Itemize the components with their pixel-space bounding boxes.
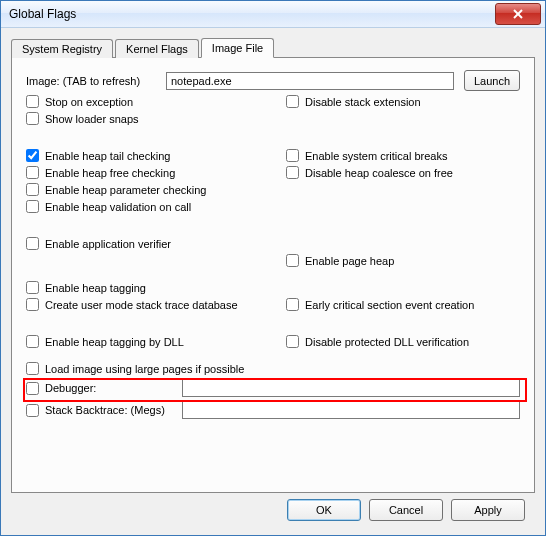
chk-label: Show loader snaps (45, 113, 139, 125)
client-area: System Registry Kernel Flags Image File … (1, 28, 545, 535)
apply-button[interactable]: Apply (451, 499, 525, 521)
chk-label: Enable heap tagging (45, 282, 146, 294)
tab-system-registry[interactable]: System Registry (11, 39, 113, 58)
chk-label: Stop on exception (45, 96, 133, 108)
chk-app-verifier[interactable]: Enable application verifier (26, 237, 171, 250)
checkbox[interactable] (286, 298, 299, 311)
checkbox[interactable] (26, 335, 39, 348)
checkbox[interactable] (26, 200, 39, 213)
checkbox[interactable] (26, 362, 39, 375)
chk-label: Early critical section event creation (305, 299, 474, 311)
checkbox[interactable] (26, 149, 39, 162)
image-input[interactable] (166, 72, 454, 90)
chk-label: Enable application verifier (45, 238, 171, 250)
checkbox[interactable] (286, 335, 299, 348)
checkbox[interactable] (26, 281, 39, 294)
debugger-input[interactable] (182, 379, 520, 397)
launch-button[interactable]: Launch (464, 70, 520, 91)
chk-label: Disable stack extension (305, 96, 421, 108)
window-frame: Global Flags System Registry Kernel Flag… (0, 0, 546, 536)
checkbox[interactable] (26, 183, 39, 196)
stack-backtrace-input[interactable] (182, 401, 520, 419)
debugger-row: Debugger: (26, 379, 520, 397)
tab-panel: Image: (TAB to refresh) Launch Stop on e… (11, 57, 535, 493)
tab-image-file[interactable]: Image File (201, 38, 274, 58)
chk-stack-backtrace[interactable]: Stack Backtrace: (Megs) (26, 404, 165, 417)
chk-stop-on-exception[interactable]: Stop on exception (26, 95, 133, 108)
chk-large-pages[interactable]: Load image using large pages if possible (26, 362, 244, 375)
image-row: Image: (TAB to refresh) Launch (26, 70, 520, 91)
tab-kernel-flags[interactable]: Kernel Flags (115, 39, 199, 58)
chk-show-loader-snaps[interactable]: Show loader snaps (26, 112, 139, 125)
chk-heap-free[interactable]: Enable heap free checking (26, 166, 175, 179)
checkbox[interactable] (26, 112, 39, 125)
chk-debugger[interactable]: Debugger: (26, 382, 96, 395)
titlebar: Global Flags (1, 1, 545, 28)
checkbox[interactable] (26, 404, 39, 417)
chk-label: Disable heap coalesce on free (305, 167, 453, 179)
chk-user-trace-db[interactable]: Create user mode stack trace database (26, 298, 238, 311)
chk-label: Enable system critical breaks (305, 150, 447, 162)
checkbox[interactable] (26, 298, 39, 311)
chk-disable-protected-dll[interactable]: Disable protected DLL verification (286, 335, 469, 348)
close-icon (513, 9, 523, 19)
chk-label: Create user mode stack trace database (45, 299, 238, 311)
chk-heap-tail[interactable]: Enable heap tail checking (26, 149, 170, 162)
cancel-button[interactable]: Cancel (369, 499, 443, 521)
chk-heap-coalesce[interactable]: Disable heap coalesce on free (286, 166, 453, 179)
window-title: Global Flags (9, 7, 76, 21)
chk-sys-critical-breaks[interactable]: Enable system critical breaks (286, 149, 447, 162)
chk-disable-stack-extension[interactable]: Disable stack extension (286, 95, 421, 108)
checkbox[interactable] (26, 237, 39, 250)
chk-heap-tagging[interactable]: Enable heap tagging (26, 281, 146, 294)
chk-label: Debugger: (45, 382, 96, 394)
chk-label: Enable heap free checking (45, 167, 175, 179)
chk-heap-tagging-dll[interactable]: Enable heap tagging by DLL (26, 335, 184, 348)
checkbox[interactable] (286, 254, 299, 267)
chk-heap-parameter[interactable]: Enable heap parameter checking (26, 183, 206, 196)
chk-page-heap[interactable]: Enable page heap (286, 254, 394, 267)
chk-label: Stack Backtrace: (Megs) (45, 404, 165, 416)
image-label: Image: (TAB to refresh) (26, 75, 166, 87)
close-button[interactable] (495, 3, 541, 25)
checkbox[interactable] (286, 149, 299, 162)
checkbox[interactable] (286, 95, 299, 108)
checkbox[interactable] (286, 166, 299, 179)
tab-strip: System Registry Kernel Flags Image File (11, 36, 535, 57)
chk-label: Enable heap validation on call (45, 201, 191, 213)
ok-button[interactable]: OK (287, 499, 361, 521)
chk-heap-validation[interactable]: Enable heap validation on call (26, 200, 191, 213)
chk-label: Enable heap tagging by DLL (45, 336, 184, 348)
chk-early-critical-section[interactable]: Early critical section event creation (286, 298, 474, 311)
chk-label: Disable protected DLL verification (305, 336, 469, 348)
chk-label: Enable heap tail checking (45, 150, 170, 162)
stack-backtrace-row: Stack Backtrace: (Megs) (26, 401, 520, 419)
chk-label: Load image using large pages if possible (45, 363, 244, 375)
dialog-button-row: OK Cancel Apply (11, 493, 535, 527)
chk-label: Enable heap parameter checking (45, 184, 206, 196)
chk-label: Enable page heap (305, 255, 394, 267)
checkbox[interactable] (26, 166, 39, 179)
checkbox[interactable] (26, 382, 39, 395)
checkbox[interactable] (26, 95, 39, 108)
